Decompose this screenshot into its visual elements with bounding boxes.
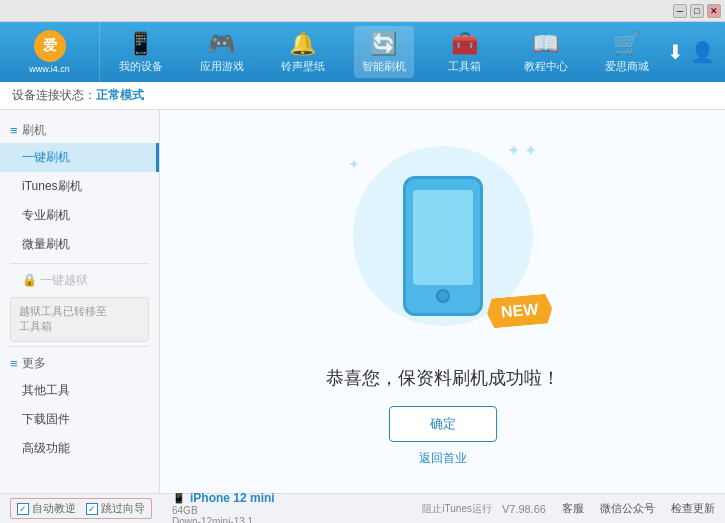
- skip-wizard-check: [86, 503, 98, 515]
- sidebar-jailbreak-notice: 越狱工具已转移至工具箱: [10, 297, 149, 342]
- auto-jump-checkbox[interactable]: 自动教逆: [17, 501, 76, 516]
- sparkles-right: ✦ ✦: [507, 141, 537, 160]
- sparkles-left: ✦: [348, 156, 360, 172]
- top-navigation: 爱 www.i4.cn 📱 我的设备 🎮 应用游戏 🔔 铃声壁纸 🔄 智能刷机 …: [0, 22, 725, 82]
- nav-apps-games[interactable]: 🎮 应用游戏: [192, 26, 252, 78]
- phone-home-btn: [436, 289, 450, 303]
- apps-games-icon: 🎮: [208, 31, 235, 57]
- new-badge: NEW: [486, 293, 554, 329]
- tutorials-icon: 📖: [532, 31, 559, 57]
- more-section-label: 更多: [22, 355, 46, 372]
- toolbox-icon: 🧰: [451, 31, 478, 57]
- sidebar-item-advanced[interactable]: 高级功能: [0, 434, 159, 463]
- nav-apps-games-label: 应用游戏: [200, 59, 244, 74]
- service-link[interactable]: 客服: [562, 501, 584, 516]
- sidebar-divider-1: [10, 263, 149, 264]
- ringtones-icon: 🔔: [289, 31, 316, 57]
- status-label: 设备连接状态：: [12, 87, 96, 104]
- main-content: ≡ 刷机 一键刷机 iTunes刷机 专业刷机 微量刷机 🔒 一键越狱 越狱工具…: [0, 110, 725, 493]
- device-info: 📱 iPhone 12 mini 64GB Down-12mini-13,1: [172, 491, 275, 524]
- auto-jump-label: 自动教逆: [32, 501, 76, 516]
- device-firmware: Down-12mini-13,1: [172, 516, 275, 524]
- sidebar-item-download-firmware[interactable]: 下载固件: [0, 405, 159, 434]
- wechat-link[interactable]: 微信公众号: [600, 501, 655, 516]
- skip-wizard-label: 跳过向导: [101, 501, 145, 516]
- sidebar-jailbreak-disabled: 🔒 一键越狱: [0, 268, 159, 293]
- nav-mall-label: 爱思商城: [605, 59, 649, 74]
- footer-left: 自动教逆 跳过向导 📱 iPhone 12 mini 64GB Down-12m…: [10, 491, 412, 524]
- auto-jump-check: [17, 503, 29, 515]
- logo-url: www.i4.cn: [29, 64, 70, 74]
- download-icon[interactable]: ⬇: [667, 40, 684, 64]
- nav-smart-flash-label: 智能刷机: [362, 59, 406, 74]
- content-area: ✦ ✦ ✦ NEW 恭喜您，保资料刷机成功啦！ 确定 返回首业: [160, 110, 725, 493]
- flash-section-header: ≡ 刷机: [0, 118, 159, 143]
- nav-my-device[interactable]: 📱 我的设备: [111, 26, 171, 78]
- status-value: 正常模式: [96, 87, 144, 104]
- phone-illustration: ✦ ✦ ✦ NEW: [343, 136, 543, 356]
- logo-icon: 爱: [34, 30, 66, 62]
- version-label: V7.98.66: [502, 503, 546, 515]
- sidebar-divider-2: [10, 346, 149, 347]
- success-message: 恭喜您，保资料刷机成功啦！: [326, 366, 560, 390]
- sidebar-item-pro-flash[interactable]: 专业刷机: [0, 201, 159, 230]
- device-storage: 64GB: [172, 505, 275, 516]
- skip-wizard-checkbox[interactable]: 跳过向导: [86, 501, 145, 516]
- more-section-icon: ≡: [10, 356, 18, 371]
- sidebar-item-other-tools[interactable]: 其他工具: [0, 376, 159, 405]
- minimize-button[interactable]: ─: [673, 4, 687, 18]
- sidebar-item-one-click-flash[interactable]: 一键刷机: [0, 143, 159, 172]
- sidebar-item-micro-flash[interactable]: 微量刷机: [0, 230, 159, 259]
- nav-mall[interactable]: 🛒 爱思商城: [597, 26, 657, 78]
- footer: 自动教逆 跳过向导 📱 iPhone 12 mini 64GB Down-12m…: [0, 493, 725, 523]
- nav-toolbox[interactable]: 🧰 工具箱: [435, 26, 495, 78]
- sidebar: ≡ 刷机 一键刷机 iTunes刷机 专业刷机 微量刷机 🔒 一键越狱 越狱工具…: [0, 110, 160, 493]
- again-link[interactable]: 返回首业: [419, 450, 467, 467]
- flash-section-label: 刷机: [22, 122, 46, 139]
- nav-items: 📱 我的设备 🎮 应用游戏 🔔 铃声壁纸 🔄 智能刷机 🧰 工具箱 📖 教程中心…: [100, 26, 667, 78]
- logo: 爱 www.i4.cn: [0, 22, 100, 82]
- my-device-icon: 📱: [127, 31, 154, 57]
- phone-body: [403, 176, 483, 316]
- update-link[interactable]: 检查更新: [671, 501, 715, 516]
- phone-screen: [413, 190, 473, 285]
- nav-ringtones[interactable]: 🔔 铃声壁纸: [273, 26, 333, 78]
- nav-toolbox-label: 工具箱: [448, 59, 481, 74]
- nav-right-buttons: ⬇ 👤: [667, 40, 725, 64]
- footer-checkboxes: 自动教逆 跳过向导: [10, 498, 152, 519]
- more-section-header: ≡ 更多: [0, 351, 159, 376]
- nav-my-device-label: 我的设备: [119, 59, 163, 74]
- stop-itunes-label: 阻止iTunes运行: [422, 502, 492, 516]
- nav-smart-flash[interactable]: 🔄 智能刷机: [354, 26, 414, 78]
- nav-tutorials[interactable]: 📖 教程中心: [516, 26, 576, 78]
- confirm-button[interactable]: 确定: [389, 406, 497, 442]
- titlebar: ─ □ ✕: [0, 0, 725, 22]
- footer-mid: 阻止iTunes运行: [412, 502, 502, 516]
- nav-ringtones-label: 铃声壁纸: [281, 59, 325, 74]
- smart-flash-icon: 🔄: [370, 31, 397, 57]
- nav-tutorials-label: 教程中心: [524, 59, 568, 74]
- close-button[interactable]: ✕: [707, 4, 721, 18]
- flash-section-icon: ≡: [10, 123, 18, 138]
- maximize-button[interactable]: □: [690, 4, 704, 18]
- sidebar-item-itunes-flash[interactable]: iTunes刷机: [0, 172, 159, 201]
- status-bar: 设备连接状态： 正常模式: [0, 82, 725, 110]
- mall-icon: 🛒: [613, 31, 640, 57]
- footer-right: V7.98.66 客服 微信公众号 检查更新: [502, 501, 715, 516]
- user-icon[interactable]: 👤: [690, 40, 715, 64]
